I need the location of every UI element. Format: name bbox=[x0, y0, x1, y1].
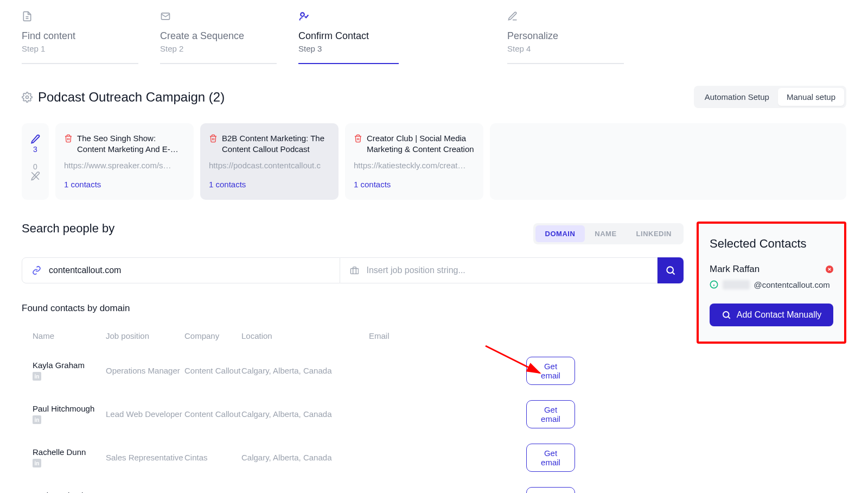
tab-linkedin[interactable]: LINKEDIN bbox=[627, 225, 681, 242]
briefcase-icon bbox=[350, 266, 359, 275]
table-row: Kayla Graham in Operations Manager Conte… bbox=[22, 349, 684, 393]
content-card[interactable]: The Seo Singh Show: Content Marketing An… bbox=[55, 123, 194, 200]
th-email: Email bbox=[369, 331, 494, 340]
step-title: Confirm Contact bbox=[298, 30, 399, 42]
pen-icon bbox=[507, 11, 518, 22]
remove-contact-button[interactable] bbox=[826, 266, 833, 273]
search-tabs: DOMAIN NAME LINKEDIN bbox=[533, 223, 684, 244]
email-domain: @contentcallout.com bbox=[754, 280, 830, 289]
domain-input[interactable] bbox=[49, 266, 330, 275]
summary-card: 3 0 bbox=[22, 123, 49, 200]
manual-setup-option[interactable]: Manual setup bbox=[778, 88, 844, 106]
contact-company: Cintas bbox=[184, 453, 241, 462]
search-title: Search people by bbox=[22, 222, 114, 236]
tab-name[interactable]: NAME bbox=[585, 225, 626, 242]
selected-title: Selected Contacts bbox=[710, 237, 833, 251]
svg-line-16 bbox=[728, 317, 730, 318]
card-title: Creator Club | Social Media Marketing & … bbox=[367, 133, 475, 155]
person-check-icon bbox=[298, 11, 309, 22]
get-email-button[interactable]: Get email bbox=[526, 357, 575, 385]
setup-toggle: Automation Setup Manual setup bbox=[694, 86, 846, 108]
content-cards-row: 3 0 The Seo Singh Show: Content Marketin… bbox=[22, 123, 846, 200]
svg-point-3 bbox=[301, 12, 304, 16]
card-contacts[interactable]: 1 contacts bbox=[64, 180, 185, 189]
get-email-button[interactable]: Get email bbox=[526, 487, 575, 494]
step-title: Find content bbox=[22, 30, 138, 42]
gear-icon bbox=[22, 92, 33, 103]
linkedin-icon[interactable]: in bbox=[33, 459, 41, 467]
search-icon bbox=[722, 310, 731, 320]
linkedin-icon[interactable]: in bbox=[33, 415, 41, 424]
cards-background bbox=[490, 123, 846, 200]
trash-icon[interactable] bbox=[354, 134, 362, 143]
svg-rect-6 bbox=[350, 268, 358, 274]
content-card[interactable]: B2B Content Marketing: The Content Callo… bbox=[200, 123, 339, 200]
add-contact-manually-button[interactable]: Add Contact Manually bbox=[710, 304, 833, 326]
contact-name: Paul Hitchmough bbox=[33, 404, 106, 413]
svg-line-5 bbox=[31, 172, 39, 180]
contact-location: Calgary, Alberta, Canada bbox=[241, 409, 369, 419]
card-url: https://www.spreaker.com/s… bbox=[64, 161, 185, 170]
svg-line-8 bbox=[673, 272, 675, 274]
stepper: Find content Step 1 Create a Sequence St… bbox=[22, 11, 846, 64]
card-title: The Seo Singh Show: Content Marketing An… bbox=[77, 133, 185, 155]
found-title: Found contacts by domain bbox=[22, 303, 684, 314]
card-title: B2B Content Marketing: The Content Callo… bbox=[222, 133, 330, 155]
card-contacts[interactable]: 1 contacts bbox=[209, 180, 330, 189]
step-label: Step 4 bbox=[507, 44, 624, 53]
file-icon bbox=[22, 11, 33, 22]
card-contacts[interactable]: 1 contacts bbox=[354, 180, 475, 189]
card-url: https://podcast.contentcallout.c bbox=[209, 161, 330, 170]
trash-icon[interactable] bbox=[64, 134, 73, 143]
step-label: Step 3 bbox=[298, 44, 399, 53]
search-icon bbox=[665, 265, 676, 276]
svg-point-15 bbox=[723, 312, 729, 318]
contact-company: Content Callout bbox=[184, 366, 241, 375]
contact-job: Operations Manager bbox=[106, 366, 184, 375]
domain-input-wrap bbox=[22, 257, 340, 283]
linkedin-icon[interactable]: in bbox=[33, 372, 41, 381]
step-title: Create a Sequence bbox=[160, 30, 277, 42]
contact-job: Sales Representative bbox=[106, 453, 184, 462]
th-company: Company bbox=[184, 331, 241, 340]
table-row: Rachelle Dunn in Sales Representative Ci… bbox=[22, 436, 684, 479]
pencil-icon bbox=[30, 134, 40, 144]
table-row: Maria Berlando in Writer Manager Content… bbox=[22, 479, 684, 494]
contact-name: Kayla Graham bbox=[33, 361, 106, 370]
step-find-content[interactable]: Find content Step 1 bbox=[22, 11, 138, 64]
no-edit-icon bbox=[30, 171, 40, 181]
contact-job: Lead Web Developer bbox=[106, 409, 184, 419]
selected-contacts-panel: Selected Contacts Mark Raffan xxxxx @con… bbox=[697, 222, 846, 344]
th-job: Job position bbox=[106, 331, 184, 340]
contact-name: Rachelle Dunn bbox=[33, 447, 106, 457]
trash-icon[interactable] bbox=[209, 134, 218, 143]
contact-company: Content Callout bbox=[184, 409, 241, 419]
content-card[interactable]: Creator Club | Social Media Marketing & … bbox=[345, 123, 483, 200]
contacts-table: Name Job position Company Location Email… bbox=[22, 327, 684, 494]
step-create-sequence[interactable]: Create a Sequence Step 2 bbox=[160, 11, 277, 64]
contact-location: Calgary, Alberta, Canada bbox=[241, 366, 369, 375]
search-inputs bbox=[22, 257, 684, 283]
card-url: https://katiesteckly.com/creat… bbox=[354, 161, 475, 170]
job-input[interactable] bbox=[366, 266, 647, 275]
table-row: Paul Hitchmough in Lead Web Developer Co… bbox=[22, 393, 684, 436]
link-icon bbox=[32, 266, 41, 275]
step-confirm-contact[interactable]: Confirm Contact Step 3 bbox=[298, 11, 399, 64]
step-personalize[interactable]: Personalize Step 4 bbox=[507, 11, 624, 64]
automation-setup-option[interactable]: Automation Setup bbox=[696, 88, 778, 106]
email-local-blurred: xxxxx bbox=[723, 280, 750, 289]
campaign-title: Podcast Outreach Campaign (2) bbox=[38, 90, 225, 105]
selected-email: xxxxx @contentcallout.com bbox=[710, 280, 833, 289]
contact-name: Maria Berlando bbox=[33, 491, 106, 493]
job-input-wrap bbox=[340, 257, 658, 283]
svg-point-4 bbox=[26, 96, 29, 98]
th-location: Location bbox=[241, 331, 369, 340]
search-button[interactable] bbox=[658, 257, 684, 283]
get-email-button[interactable]: Get email bbox=[526, 400, 575, 428]
contact-location: Calgary, Alberta, Canada bbox=[241, 453, 369, 462]
title-row: Podcast Outreach Campaign (2) Automation… bbox=[22, 86, 846, 108]
missing-count: 0 bbox=[33, 162, 37, 171]
info-icon bbox=[710, 280, 718, 289]
tab-domain[interactable]: DOMAIN bbox=[535, 225, 585, 242]
get-email-button[interactable]: Get email bbox=[526, 444, 575, 472]
